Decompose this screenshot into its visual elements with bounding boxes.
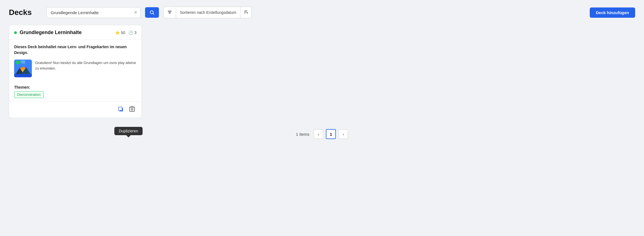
deck-themes-section: Themen: Demonstration: [9, 85, 141, 101]
deck-title: Grundlegende Lerninhalte: [20, 30, 112, 35]
search-clear-button[interactable]: ✕: [133, 10, 138, 15]
tooltip-arrow: [126, 135, 131, 137]
pagination: 1 items ‹ 1 ›: [9, 129, 635, 147]
svg-line-1: [153, 14, 154, 15]
svg-rect-9: [14, 74, 32, 77]
deck-preview: Gratuliere! Nun besitzt du alle Grundlag…: [14, 60, 136, 77]
delete-button[interactable]: [128, 104, 136, 114]
deck-description: Dieses Deck beinhaltet neue Lern- und Fr…: [14, 44, 136, 56]
star-icon: ⭐: [115, 30, 120, 35]
svg-rect-15: [119, 107, 122, 111]
page-title: Decks: [9, 8, 42, 17]
sort-direction-button[interactable]: [240, 7, 251, 18]
filter-icon: [168, 10, 172, 14]
search-button[interactable]: [145, 7, 159, 18]
pagination-next-button[interactable]: ›: [339, 129, 348, 139]
search-input[interactable]: [47, 7, 141, 18]
deck-themes-label: Themen:: [14, 85, 136, 89]
deck-preview-text: Gratuliere! Nun besitzt du alle Grundlag…: [35, 60, 136, 71]
pagination-items-count: 1 items: [296, 132, 309, 137]
stars-count: 50: [121, 30, 125, 35]
deck-stars: ⭐ 50: [115, 30, 125, 35]
filter-sort-section: Sortieren nach Erstellungsdatum: [163, 7, 252, 18]
search-icon: [150, 10, 154, 15]
deck-thumbnail: [14, 60, 32, 77]
theme-tag[interactable]: Demonstration: [14, 91, 44, 98]
sort-direction-icon: [244, 10, 248, 14]
add-deck-button[interactable]: Deck hinzufügen: [590, 7, 635, 18]
clock-icon: 🕐: [128, 30, 133, 35]
filter-button[interactable]: [164, 7, 176, 18]
clock-count: 3: [134, 30, 136, 35]
duplicate-button[interactable]: [116, 104, 125, 114]
pagination-current-page: 1: [326, 129, 336, 139]
duplicate-icon: [118, 106, 124, 112]
deck-clock: 🕐 3: [128, 30, 136, 35]
page-header: Decks ✕ Sortieren nach Erstellungsdatum: [9, 7, 635, 18]
deck-card-actions: [9, 101, 141, 118]
deck-card: Grundlegende Lerninhalte ⭐ 50 🕐 3 Dieses…: [9, 25, 142, 118]
sort-label: Sortieren nach Erstellungsdatum: [176, 7, 240, 17]
deck-card-body: Dieses Deck beinhaltet neue Lern- und Fr…: [9, 40, 141, 85]
deck-card-header: Grundlegende Lerninhalte ⭐ 50 🕐 3: [9, 25, 141, 40]
tooltip-wrapper: Duplizieren: [114, 127, 143, 137]
tooltip: Duplizieren: [114, 127, 143, 135]
pagination-prev-button[interactable]: ‹: [314, 129, 323, 139]
deck-status-dot: [14, 31, 17, 34]
svg-rect-10: [16, 61, 20, 64]
deck-meta: ⭐ 50 🕐 3: [115, 30, 136, 35]
search-wrapper: ✕: [47, 7, 141, 18]
trash-icon: [129, 106, 135, 112]
svg-rect-12: [21, 60, 25, 63]
